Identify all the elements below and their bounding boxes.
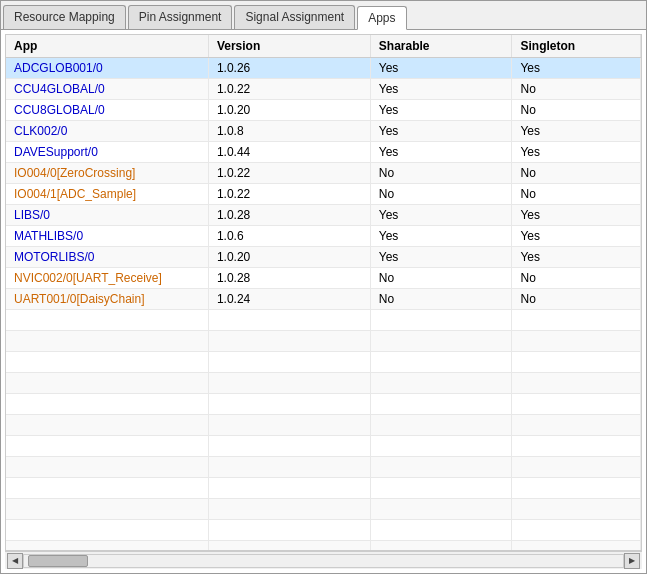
table-row[interactable]: IO004/1[ADC_Sample]1.0.22NoNo <box>6 184 641 205</box>
cell-empty <box>6 520 208 541</box>
cell-empty <box>512 457 641 478</box>
cell-empty <box>208 352 370 373</box>
tab-pin-assignment[interactable]: Pin Assignment <box>128 5 233 29</box>
table-row-empty <box>6 457 641 478</box>
table-row[interactable]: ADCGLOB001/01.0.26YesYes <box>6 58 641 79</box>
cell-app-name: DAVESupport/0 <box>6 142 208 163</box>
cell-empty <box>370 352 512 373</box>
cell-empty <box>512 436 641 457</box>
table-row[interactable]: DAVESupport/01.0.44YesYes <box>6 142 641 163</box>
tab-bar: Resource Mapping Pin Assignment Signal A… <box>1 1 646 30</box>
col-header-sharable: Sharable <box>370 35 512 58</box>
cell-app-name: IO004/0[ZeroCrossing] <box>6 163 208 184</box>
cell-sharable: Yes <box>370 142 512 163</box>
cell-empty <box>208 331 370 352</box>
cell-empty <box>512 415 641 436</box>
cell-empty <box>208 373 370 394</box>
cell-empty <box>370 373 512 394</box>
cell-version: 1.0.24 <box>208 289 370 310</box>
cell-empty <box>208 520 370 541</box>
cell-empty <box>6 394 208 415</box>
cell-version: 1.0.28 <box>208 268 370 289</box>
cell-app-name: CCU8GLOBAL/0 <box>6 100 208 121</box>
cell-singleton: Yes <box>512 205 641 226</box>
cell-version: 1.0.20 <box>208 247 370 268</box>
scrollbar-track[interactable] <box>23 554 624 568</box>
cell-empty <box>208 394 370 415</box>
cell-sharable: Yes <box>370 100 512 121</box>
cell-empty <box>370 541 512 552</box>
cell-empty <box>6 310 208 331</box>
cell-empty <box>370 520 512 541</box>
cell-sharable: No <box>370 268 512 289</box>
content-area: App Version Sharable Singleton ADCGLOB00… <box>1 30 646 573</box>
cell-empty <box>208 541 370 552</box>
scroll-left-arrow[interactable]: ◀ <box>7 553 23 569</box>
cell-version: 1.0.20 <box>208 100 370 121</box>
table-row[interactable]: CCU8GLOBAL/01.0.20YesNo <box>6 100 641 121</box>
cell-singleton: Yes <box>512 58 641 79</box>
main-window: Resource Mapping Pin Assignment Signal A… <box>0 0 647 574</box>
table-row-empty <box>6 478 641 499</box>
cell-version: 1.0.8 <box>208 121 370 142</box>
cell-empty <box>512 331 641 352</box>
cell-app-name: IO004/1[ADC_Sample] <box>6 184 208 205</box>
table-row-empty <box>6 499 641 520</box>
cell-sharable: Yes <box>370 205 512 226</box>
col-header-singleton: Singleton <box>512 35 641 58</box>
table-row[interactable]: CLK002/01.0.8YesYes <box>6 121 641 142</box>
table-row-empty <box>6 520 641 541</box>
cell-empty <box>208 478 370 499</box>
cell-empty <box>370 499 512 520</box>
cell-sharable: No <box>370 163 512 184</box>
cell-empty <box>512 520 641 541</box>
cell-singleton: No <box>512 268 641 289</box>
cell-app-name: NVIC002/0[UART_Receive] <box>6 268 208 289</box>
cell-empty <box>208 499 370 520</box>
tab-apps[interactable]: Apps <box>357 6 406 30</box>
cell-version: 1.0.6 <box>208 226 370 247</box>
tab-signal-assignment[interactable]: Signal Assignment <box>234 5 355 29</box>
table-row[interactable]: MATHLIBS/01.0.6YesYes <box>6 226 641 247</box>
cell-singleton: No <box>512 100 641 121</box>
cell-empty <box>6 415 208 436</box>
cell-empty <box>6 541 208 552</box>
cell-empty <box>370 415 512 436</box>
cell-singleton: No <box>512 184 641 205</box>
cell-app-name: MATHLIBS/0 <box>6 226 208 247</box>
cell-app-name: CLK002/0 <box>6 121 208 142</box>
cell-empty <box>208 436 370 457</box>
cell-empty <box>512 541 641 552</box>
cell-empty <box>6 457 208 478</box>
table-row-empty <box>6 310 641 331</box>
scroll-right-arrow[interactable]: ▶ <box>624 553 640 569</box>
table-row[interactable]: LIBS/01.0.28YesYes <box>6 205 641 226</box>
cell-empty <box>512 373 641 394</box>
cell-singleton: No <box>512 163 641 184</box>
col-header-version: Version <box>208 35 370 58</box>
cell-empty <box>370 394 512 415</box>
cell-empty <box>512 394 641 415</box>
cell-empty <box>6 436 208 457</box>
table-row[interactable]: IO004/0[ZeroCrossing]1.0.22NoNo <box>6 163 641 184</box>
cell-version: 1.0.22 <box>208 184 370 205</box>
table-row-empty <box>6 331 641 352</box>
table-row[interactable]: UART001/0[DaisyChain]1.0.24NoNo <box>6 289 641 310</box>
cell-empty <box>208 415 370 436</box>
scroll-thumb[interactable] <box>28 555 88 567</box>
cell-sharable: Yes <box>370 121 512 142</box>
table-row-empty <box>6 415 641 436</box>
table-row[interactable]: CCU4GLOBAL/01.0.22YesNo <box>6 79 641 100</box>
apps-table-container[interactable]: App Version Sharable Singleton ADCGLOB00… <box>5 34 642 551</box>
cell-empty <box>370 331 512 352</box>
cell-empty <box>512 310 641 331</box>
cell-singleton: Yes <box>512 142 641 163</box>
table-row[interactable]: NVIC002/0[UART_Receive]1.0.28NoNo <box>6 268 641 289</box>
cell-empty <box>6 352 208 373</box>
cell-version: 1.0.28 <box>208 205 370 226</box>
cell-singleton: No <box>512 79 641 100</box>
table-row-empty <box>6 541 641 552</box>
cell-empty <box>512 352 641 373</box>
tab-resource-mapping[interactable]: Resource Mapping <box>3 5 126 29</box>
table-row[interactable]: MOTORLIBS/01.0.20YesYes <box>6 247 641 268</box>
